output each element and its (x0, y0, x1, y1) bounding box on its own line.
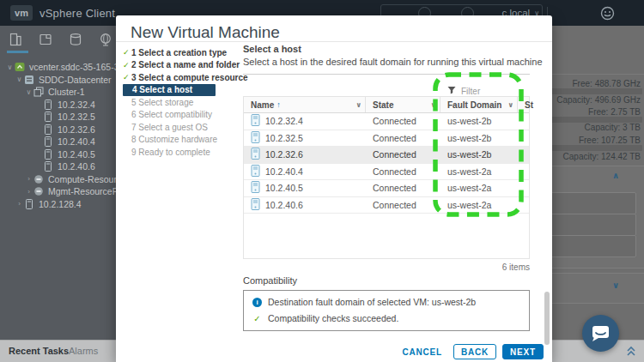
info-icon: i (252, 298, 262, 307)
tree-item-cluster-1[interactable]: ∨Cluster-1 (0, 86, 116, 99)
tree-expander-icon[interactable]: › (24, 175, 33, 183)
column-menu-icon[interactable]: ∨ (508, 101, 514, 109)
host-name: 10.2.40.6 (265, 200, 303, 210)
column-label: Fault Domain (447, 100, 501, 110)
host-row-10-2-40-5[interactable]: 10.2.40.5Connectedus-west-2a (244, 180, 529, 197)
host-row-10-2-40-4[interactable]: 10.2.40.4Connectedus-west-2a (244, 164, 529, 181)
step-heading: Select a host (243, 44, 301, 54)
column-header-st[interactable]: St (518, 97, 529, 112)
summary-stat: Capacity: 3 TB (585, 123, 641, 132)
vmware-logo: vm (10, 5, 33, 21)
wizard-step-4[interactable]: 4 Select a host (123, 84, 216, 97)
host-name: 10.2.40.5 (265, 183, 303, 193)
host-name-cell: 10.2.40.5 (244, 180, 366, 196)
sidebar-tab-vms-and-templates[interactable] (39, 33, 52, 46)
support-chat-button[interactable] (582, 315, 619, 352)
wizard-steps: ✓1 Select a creation type✓2 Select a nam… (123, 46, 216, 159)
sidebar-tab-networking[interactable] (99, 33, 112, 46)
column-label: State (373, 100, 393, 110)
host-name: 10.2.32.5 (265, 133, 303, 143)
host-row-10-2-40-6[interactable]: 10.2.40.6Connectedus-west-2a (244, 197, 529, 214)
column-menu-icon[interactable]: ∨ (431, 101, 437, 109)
wizard-step-8[interactable]: 8 Customize hardware (123, 134, 216, 147)
tree-expander-icon[interactable]: ∨ (5, 63, 15, 71)
wizard-step-5[interactable]: 5 Select storage (123, 96, 216, 109)
tree-item-10-2-32-6[interactable]: 10.2.32.6 (0, 124, 116, 136)
tree-item-10-2-40-6[interactable]: 10.2.40.6 (0, 160, 116, 173)
host-state-cell: Connected (366, 180, 440, 196)
host-icon (251, 114, 260, 128)
host-icon (251, 181, 260, 195)
memory-capacity-bar (546, 117, 642, 123)
host-row-10-2-32-5[interactable]: 10.2.32.5Connectedus-west-2b (244, 130, 529, 148)
host-fault-domain-cell: us-west-2a (440, 180, 518, 196)
tree-item-label: 10.2.32.6 (58, 124, 95, 135)
app-title[interactable]: vSphere Client (39, 7, 115, 20)
cancel-button[interactable]: CANCEL (398, 345, 447, 359)
tree-expander-icon[interactable]: › (24, 188, 33, 196)
expand-panel-icon: ∨ (612, 281, 619, 290)
step-label: 2 Select a name and folder (131, 60, 240, 69)
storage-icon (69, 33, 82, 46)
step-check-icon: ✓ (123, 61, 131, 69)
host-name-cell: 10.2.32.4 (244, 113, 366, 130)
tree-item-10-2-32-4[interactable]: 10.2.32.4 (0, 99, 116, 112)
expand-tasks-icon[interactable] (625, 344, 637, 358)
tree-expander-icon[interactable]: ∨ (15, 75, 24, 83)
feedback-smiley-icon[interactable] (600, 6, 615, 21)
tree-item-compute-resource-[interactable]: ›Compute-Resource... (0, 173, 116, 186)
host-icon (251, 198, 260, 212)
tree-expander-icon[interactable]: › (15, 200, 24, 208)
tree-item-10-2-40-5[interactable]: 10.2.40.5 (0, 148, 116, 161)
wizard-step-6[interactable]: 6 Select compatibility (123, 109, 216, 122)
wizard-step-3[interactable]: ✓3 Select a compute resource (123, 71, 216, 84)
datacenter-icon (24, 75, 35, 85)
recent-tasks-tab[interactable]: Recent Tasks (9, 346, 69, 356)
wizard-step-7[interactable]: 7 Select a guest OS (123, 121, 216, 134)
next-button[interactable]: NEXT (502, 344, 544, 359)
tree-item-label: Cluster-1 (48, 87, 85, 97)
tree-expander-icon[interactable]: ∨ (24, 88, 33, 96)
dialog-title: New Virtual Machine (131, 23, 280, 42)
tree-item-10-2-40-4[interactable]: 10.2.40.4 (0, 136, 116, 148)
tree-item-10-2-128-4[interactable]: ›10.2.128.4 (0, 198, 116, 211)
host-status-cell (518, 180, 529, 196)
alarms-tab[interactable]: Alarms (69, 346, 98, 356)
tree-item-vcenter-sddc-35-165-39-151-[interactable]: ∨vcenter.sddc-35-165-39-151... (0, 61, 116, 74)
host-status-cell (518, 130, 529, 147)
column-header-name[interactable]: Name↑∨ (244, 97, 366, 112)
storage-capacity-bar (546, 145, 642, 151)
tree-item-10-2-32-5[interactable]: 10.2.32.5 (0, 111, 116, 124)
content-divider (243, 74, 530, 75)
sidebar-tab-hosts-and-clusters[interactable] (9, 33, 22, 46)
host-state-cell: Connected (366, 197, 440, 214)
tree-item-label: 10.2.128.4 (39, 199, 82, 209)
tree-item-mgmt-resourcepool[interactable]: ›Mgmt-ResourcePool (0, 185, 116, 198)
back-button[interactable]: BACK (453, 344, 496, 359)
host-row-10-2-32-6[interactable]: 10.2.32.6Connectedus-west-2b (244, 147, 529, 164)
host-icon (43, 161, 54, 172)
summary-panel: ∧ (544, 166, 644, 268)
step-label: 1 Select a creation type (131, 48, 227, 57)
wizard-step-2[interactable]: ✓2 Select a name and folder (123, 59, 216, 72)
tree-item-sddc-datacenter[interactable]: ∨SDDC-Datacenter (0, 74, 116, 87)
host-state-cell: Connected (366, 164, 440, 180)
pool-icon (33, 186, 45, 196)
column-header-state[interactable]: State∨ (366, 97, 440, 112)
wizard-step-1[interactable]: ✓1 Select a creation type (123, 46, 216, 59)
host-name-cell: 10.2.32.5 (244, 130, 366, 147)
host-icon (251, 131, 260, 145)
host-status-cell (518, 164, 529, 180)
sort-ascending-icon: ↑ (276, 100, 281, 109)
compatibility-info-text: Destination fault domain of selected VM:… (268, 297, 476, 307)
host-state-cell: Connected (366, 147, 440, 163)
host-row-10-2-32-4[interactable]: 10.2.32.4Connectedus-west-2b (244, 113, 529, 130)
summary-divider (545, 74, 644, 75)
sidebar-tab-storage[interactable] (69, 33, 82, 46)
dialog-scrollbar[interactable] (544, 292, 550, 345)
host-status-cell (518, 197, 529, 214)
tree-item-label: 10.2.32.5 (58, 112, 95, 122)
wizard-step-9[interactable]: 9 Ready to complete (123, 146, 216, 159)
column-header-fault-domain[interactable]: Fault Domain∨ (440, 97, 518, 112)
column-menu-icon[interactable]: ∨ (356, 101, 362, 109)
